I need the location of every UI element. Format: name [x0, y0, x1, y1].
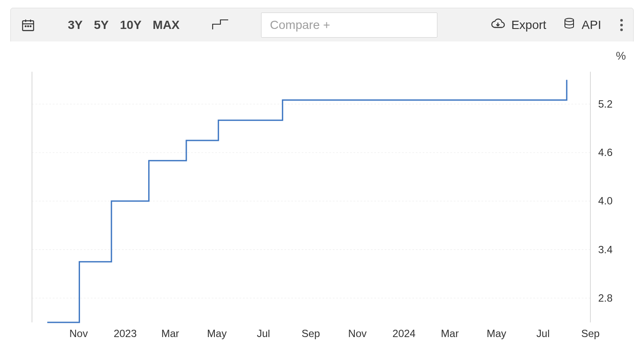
svg-point-7	[565, 18, 574, 22]
range-group: 3Y 5Y 10Y MAX	[68, 18, 180, 32]
svg-text:May: May	[487, 328, 506, 339]
chart-area: % 2.83.44.04.65.2Nov2023MarMayJulSepNov2…	[10, 41, 634, 353]
svg-text:May: May	[207, 328, 226, 339]
svg-text:Nov: Nov	[69, 328, 88, 339]
svg-text:4.0: 4.0	[598, 195, 612, 207]
export-button[interactable]: Export	[491, 16, 546, 34]
svg-text:2024: 2024	[392, 328, 415, 339]
calendar-icon[interactable]	[19, 16, 38, 35]
svg-text:5.2: 5.2	[598, 98, 612, 110]
toolbar-left: 3Y 5Y 10Y MAX	[19, 13, 437, 38]
chart-toolbar: 3Y 5Y 10Y MAX Export	[10, 8, 634, 42]
svg-text:Nov: Nov	[348, 328, 367, 339]
step-line-icon[interactable]	[212, 19, 229, 31]
compare-input-box[interactable]	[261, 13, 437, 38]
svg-text:Mar: Mar	[441, 328, 459, 339]
svg-point-6	[30, 26, 31, 27]
toolbar-right: Export API	[491, 16, 625, 34]
more-menu-icon[interactable]	[618, 16, 625, 34]
download-cloud-icon	[491, 16, 505, 34]
svg-text:2.8: 2.8	[598, 292, 612, 304]
range-5y[interactable]: 5Y	[94, 18, 108, 32]
range-10y[interactable]: 10Y	[120, 18, 142, 32]
svg-text:4.6: 4.6	[598, 146, 612, 158]
svg-point-4	[25, 26, 26, 27]
export-label: Export	[511, 18, 546, 32]
api-label: API	[582, 18, 601, 32]
api-button[interactable]: API	[563, 16, 601, 34]
range-3y[interactable]: 3Y	[68, 18, 83, 32]
compare-input[interactable]	[269, 18, 429, 32]
database-icon	[563, 16, 576, 34]
svg-text:Jul: Jul	[257, 328, 270, 339]
line-chart[interactable]: 2.83.44.04.65.2Nov2023MarMayJulSepNov202…	[10, 41, 634, 353]
svg-text:2023: 2023	[114, 328, 137, 339]
svg-text:Jul: Jul	[536, 328, 550, 339]
svg-text:Mar: Mar	[161, 328, 179, 339]
svg-text:3.4: 3.4	[598, 244, 612, 255]
range-max[interactable]: MAX	[153, 18, 179, 32]
svg-point-5	[28, 26, 29, 27]
svg-text:Sep: Sep	[581, 328, 600, 339]
svg-text:Sep: Sep	[302, 328, 320, 339]
